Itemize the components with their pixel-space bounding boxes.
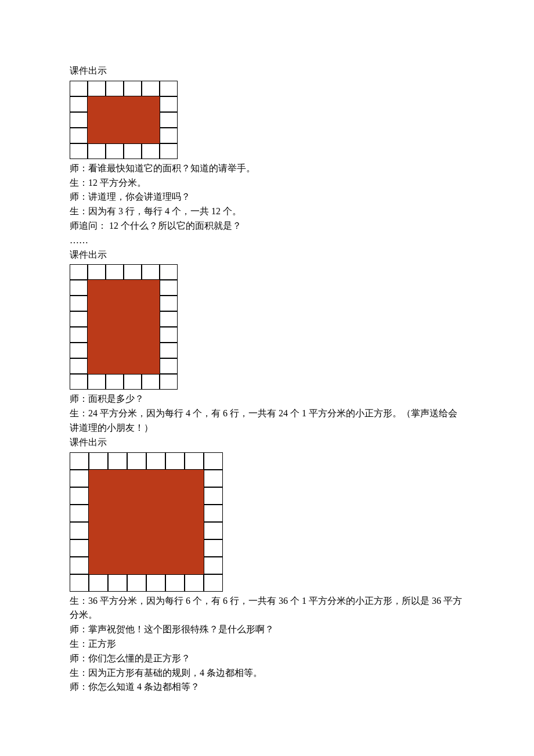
grid-diagram-4x3 [70, 81, 178, 159]
empty-cell [70, 96, 88, 112]
empty-cell [124, 264, 142, 280]
empty-cell [146, 574, 165, 592]
empty-cell [160, 112, 178, 128]
empty-cell [70, 280, 88, 296]
empty-cell [70, 505, 89, 522]
dialogue-line: 师：你怎么知道 4 条边都相等？ [70, 680, 464, 694]
empty-cell [160, 143, 178, 159]
empty-cell [127, 574, 146, 592]
empty-cell [127, 452, 146, 470]
empty-cell [70, 327, 88, 343]
empty-cell [108, 574, 127, 592]
dialogue-line: 师：看谁最快知道它的面积？知道的请举手。 [70, 161, 464, 176]
empty-cell [142, 81, 160, 96]
dialogue-line: …… [70, 233, 464, 248]
filled-rectangle [88, 96, 160, 143]
empty-cell [204, 557, 223, 574]
empty-cell [160, 128, 178, 143]
empty-cell [124, 143, 142, 159]
section-heading-3: 课件出示 [70, 435, 464, 450]
dialogue-line: 生：24 平方分米，因为每行 4 个，有 6 行，一共有 24 个 1 平方分米… [70, 406, 464, 435]
empty-cell [89, 452, 108, 470]
empty-cell [70, 557, 89, 574]
dialogue-line: 生：正方形 [70, 637, 464, 651]
empty-cell [160, 81, 178, 96]
empty-cell [106, 374, 124, 390]
section-heading-2: 课件出示 [70, 248, 464, 262]
empty-cell [204, 539, 223, 557]
empty-cell [70, 311, 88, 327]
empty-cell [70, 358, 88, 374]
empty-cell [160, 280, 178, 296]
empty-cell [204, 522, 223, 539]
empty-cell [88, 143, 106, 159]
empty-cell [204, 505, 223, 522]
empty-cell [88, 81, 106, 96]
empty-cell [204, 452, 223, 470]
empty-cell [70, 574, 89, 592]
empty-cell [106, 143, 124, 159]
grid-diagram-6x6 [70, 452, 223, 592]
dialogue-line: 师追问： 12 个什么？所以它的面积就是？ [70, 219, 464, 233]
filled-rectangle [88, 280, 160, 374]
empty-cell [124, 374, 142, 390]
empty-cell [146, 452, 165, 470]
empty-cell [142, 264, 160, 280]
empty-cell [88, 264, 106, 280]
empty-cell [70, 296, 88, 311]
empty-cell [160, 264, 178, 280]
dialogue-line: 师：面积是多少？ [70, 392, 464, 406]
empty-cell [185, 574, 204, 592]
empty-cell [165, 574, 185, 592]
empty-cell [70, 539, 89, 557]
empty-cell [70, 452, 89, 470]
dialogue-line: 生：12 平方分米。 [70, 176, 464, 190]
empty-cell [70, 522, 89, 539]
dialogue-line: 师：掌声祝贺他！这个图形很特殊？是什么形啊？ [70, 622, 464, 637]
empty-cell [89, 574, 108, 592]
empty-cell [108, 452, 127, 470]
empty-cell [160, 296, 178, 311]
empty-cell [160, 374, 178, 390]
empty-cell [70, 81, 88, 96]
dialogue-line: 生：因为正方形有基础的规则，4 条边都相等。 [70, 666, 464, 681]
section-heading-1: 课件出示 [70, 64, 464, 78]
dialogue-line: 师：你们怎么懂的是正方形？ [70, 651, 464, 666]
empty-cell [70, 487, 89, 505]
empty-cell [70, 128, 88, 143]
empty-cell [160, 311, 178, 327]
empty-cell [160, 358, 178, 374]
empty-cell [160, 96, 178, 112]
empty-cell [106, 81, 124, 96]
empty-cell [70, 264, 88, 280]
dialogue-line: 生：因为有 3 行，每行 4 个，一共 12 个。 [70, 204, 464, 219]
empty-cell [204, 470, 223, 487]
empty-cell [106, 264, 124, 280]
empty-cell [142, 374, 160, 390]
empty-cell [70, 143, 88, 159]
filled-rectangle [89, 470, 204, 574]
grid-diagram-4x6 [70, 264, 178, 390]
empty-cell [70, 112, 88, 128]
empty-cell [204, 574, 223, 592]
empty-cell [185, 452, 204, 470]
empty-cell [160, 327, 178, 343]
empty-cell [88, 374, 106, 390]
empty-cell [70, 374, 88, 390]
empty-cell [204, 487, 223, 505]
empty-cell [142, 143, 160, 159]
empty-cell [165, 452, 185, 470]
empty-cell [160, 343, 178, 358]
dialogue-line: 师：讲道理，你会讲道理吗？ [70, 190, 464, 204]
empty-cell [124, 81, 142, 96]
dialogue-line: 生：36 平方分米，因为每行 6 个，有 6 行，一共有 36 个 1 平方分米… [70, 594, 464, 623]
empty-cell [70, 470, 89, 487]
empty-cell [70, 343, 88, 358]
